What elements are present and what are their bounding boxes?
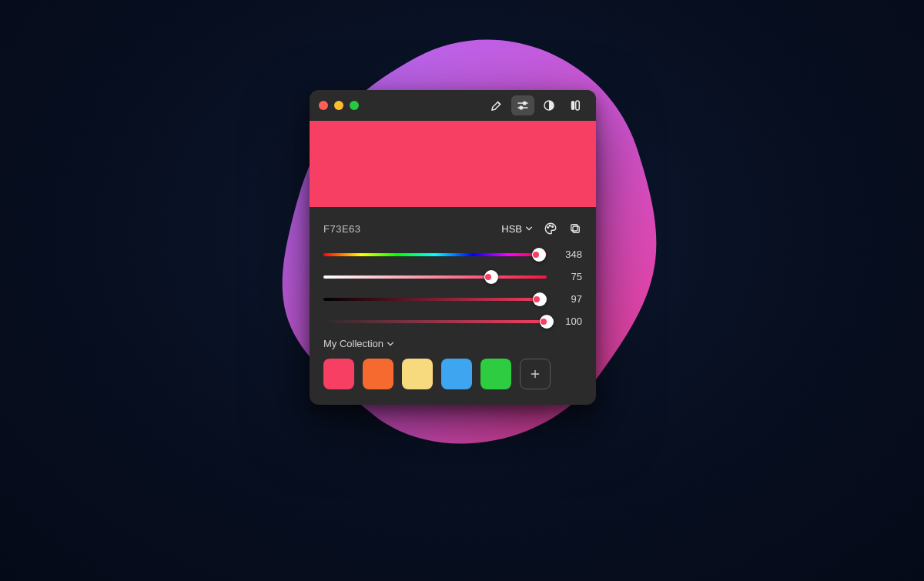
saturation-thumb[interactable]	[484, 270, 498, 284]
color-mode-select[interactable]: HSB	[501, 223, 533, 235]
sliders-button[interactable]	[511, 95, 534, 115]
collection-label: My Collection	[323, 338, 383, 349]
titlebar	[310, 90, 596, 121]
close-button[interactable]	[319, 101, 328, 110]
svg-point-7	[547, 227, 549, 229]
palette-button[interactable]	[544, 222, 557, 235]
svg-point-9	[552, 225, 554, 227]
contrast-icon	[542, 99, 556, 112]
collection-select[interactable]: My Collection	[323, 338, 582, 349]
svg-rect-6	[576, 101, 580, 110]
brightness-thumb[interactable]	[533, 292, 547, 306]
color-preview	[310, 121, 596, 207]
window-controls	[319, 101, 359, 110]
controls-panel: F73E63 HSB	[310, 207, 596, 405]
color-mode-label: HSB	[501, 223, 522, 235]
chevron-down-icon	[387, 340, 394, 348]
chevron-down-icon	[525, 225, 533, 232]
svg-rect-10	[573, 226, 579, 232]
eyedropper-button[interactable]	[485, 95, 508, 115]
palettes-button[interactable]	[564, 95, 587, 115]
brightness-value: 97	[559, 293, 582, 305]
swatches-icon	[568, 99, 582, 112]
eyedropper-icon	[490, 99, 504, 112]
palette-icon	[544, 222, 557, 235]
add-swatch-button[interactable]	[520, 359, 551, 389]
swatch[interactable]	[480, 359, 511, 389]
hue-slider[interactable]: 348	[323, 249, 582, 260]
alpha-thumb[interactable]	[540, 315, 554, 329]
zoom-button[interactable]	[350, 101, 359, 110]
copy-icon	[568, 222, 582, 235]
svg-point-1	[523, 102, 526, 105]
hue-value: 348	[559, 249, 582, 260]
hex-value[interactable]: F73E63	[323, 223, 361, 235]
swatch[interactable]	[323, 359, 354, 389]
svg-point-8	[549, 225, 551, 226]
plus-icon	[529, 368, 541, 380]
alpha-value: 100	[559, 316, 582, 327]
saturation-value: 75	[559, 271, 582, 282]
swatch[interactable]	[363, 359, 393, 389]
sliders-icon	[516, 99, 530, 112]
swatch[interactable]	[441, 359, 472, 389]
swatch[interactable]	[402, 359, 433, 389]
brightness-slider[interactable]: 97	[323, 293, 582, 305]
alpha-slider[interactable]: 100	[323, 316, 582, 327]
svg-rect-5	[571, 101, 575, 110]
color-picker-window: F73E63 HSB	[310, 90, 596, 405]
contrast-button[interactable]	[537, 95, 561, 115]
svg-point-3	[520, 106, 523, 109]
minimize-button[interactable]	[334, 101, 343, 110]
copy-button[interactable]	[568, 222, 582, 235]
saturation-slider[interactable]: 75	[323, 271, 582, 282]
hue-thumb[interactable]	[532, 248, 546, 262]
swatch-list	[323, 359, 582, 389]
svg-rect-11	[571, 225, 578, 231]
